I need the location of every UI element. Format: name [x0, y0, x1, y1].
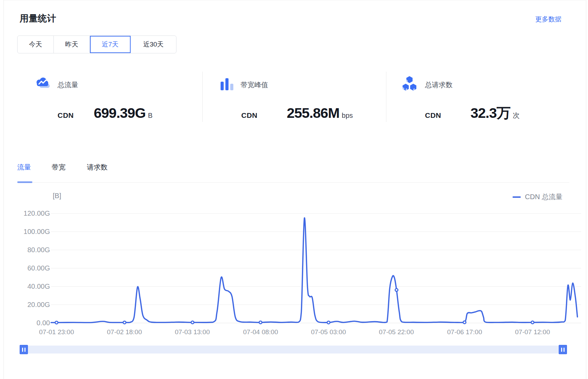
page-title: 用量统计	[20, 12, 56, 24]
pause-bars-icon	[24, 348, 26, 352]
stat-number: 255.86M	[287, 106, 339, 120]
y-tick: 120.00G	[10, 209, 50, 217]
stat-number: 699.39G	[94, 106, 145, 120]
y-tick: 80.00G	[10, 246, 50, 254]
pause-bars-icon	[564, 348, 565, 352]
x-tick: 07-07 12:00	[501, 328, 564, 336]
requests-cubes-icon	[402, 75, 417, 93]
stat-label-traffic: 总流量	[58, 80, 78, 90]
datazoom-track[interactable]	[20, 346, 567, 354]
y-tick: 40.00G	[10, 283, 50, 290]
y-tick: 60.00G	[10, 264, 50, 272]
bandwidth-bars-icon	[219, 76, 235, 93]
pause-bars-icon	[561, 348, 562, 352]
stat-value-bandwidth: CDN 255.86M bps	[241, 106, 353, 120]
range-tab-7days[interactable]: 近7天	[90, 36, 131, 53]
stat-divider	[202, 72, 203, 122]
x-tick: 07-06 17:00	[434, 328, 496, 336]
range-tab-today[interactable]: 今天	[18, 36, 54, 53]
tab-traffic[interactable]: 流量	[17, 163, 31, 172]
stat-divider	[386, 72, 386, 122]
more-data-link[interactable]: 更多数据	[535, 15, 561, 24]
stat-label-requests: 总请求数	[425, 80, 453, 90]
stat-label-bandwidth: 带宽峰值	[241, 80, 268, 90]
x-tick: 07-05 03:00	[297, 328, 359, 336]
tab-bandwidth[interactable]: 带宽	[52, 163, 65, 172]
stat-product: CDN	[425, 111, 441, 120]
pause-bars-icon	[22, 348, 23, 352]
stat-number: 32.3万	[470, 106, 510, 120]
stat-value-traffic: CDN 699.39G B	[58, 106, 153, 120]
x-tick: 07-05 22:00	[365, 328, 427, 336]
time-range-group: 今天 昨天 近7天 近30天	[17, 35, 176, 53]
stat-product: CDN	[58, 111, 74, 120]
stat-unit: bps	[342, 112, 353, 120]
usage-stats-panel	[3, 0, 586, 379]
x-tick: 07-04 08:00	[230, 328, 292, 336]
legend-item[interactable]: CDN 总流量	[513, 192, 562, 202]
x-tick: 07-01 23:00	[26, 328, 88, 336]
y-tick: 100.00G	[10, 228, 50, 236]
tab-requests[interactable]: 请求数	[87, 163, 108, 172]
y-tick: 20.00G	[10, 301, 50, 309]
stat-unit: B	[148, 112, 152, 120]
y-axis-unit-label: [B]	[53, 192, 61, 200]
legend-label: CDN 总流量	[525, 192, 562, 202]
range-tab-30days[interactable]: 近30天	[131, 36, 176, 53]
legend-line-swatch	[513, 196, 521, 198]
x-tick: 07-03 13:00	[161, 328, 223, 336]
datazoom-left-handle[interactable]	[20, 345, 28, 354]
stat-product: CDN	[241, 111, 257, 120]
y-tick: 0.00	[10, 319, 50, 327]
x-tick: 07-02 18:00	[93, 328, 155, 336]
stat-value-requests: CDN 32.3万 次	[425, 106, 520, 120]
stat-unit: 次	[513, 111, 520, 120]
cloud-traffic-icon	[35, 76, 51, 93]
range-tab-yesterday[interactable]: 昨天	[54, 36, 90, 53]
datazoom-right-handle[interactable]	[559, 345, 567, 354]
tab-divider-line	[17, 182, 569, 183]
